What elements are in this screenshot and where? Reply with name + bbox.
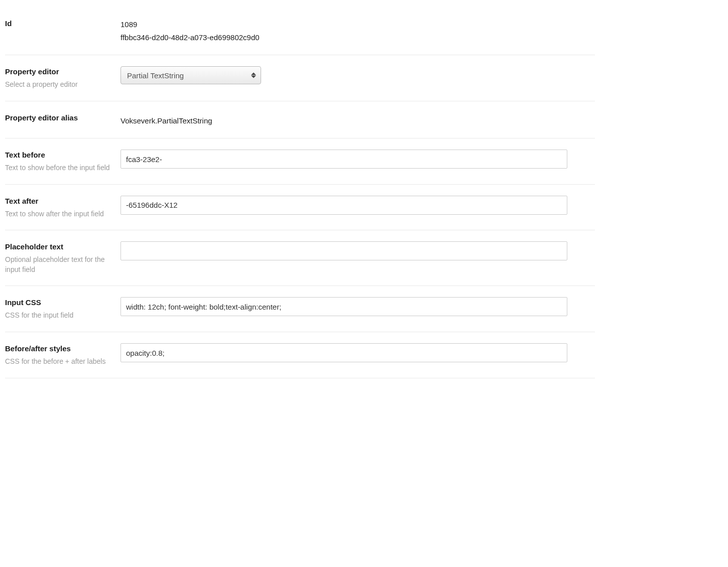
id-guid: ffbbc346-d2d0-48d2-a073-ed699802c9d0 — [120, 31, 595, 44]
row-before-after-styles: Before/after styles CSS for the before +… — [5, 332, 595, 378]
row-placeholder-text: Placeholder text Optional placeholder te… — [5, 230, 595, 286]
label-property-editor-alias: Property editor alias — [5, 112, 110, 122]
placeholder-text-input[interactable] — [120, 241, 567, 260]
desc-text-before: Text to show before the input field — [5, 163, 110, 173]
row-text-before: Text before Text to show before the inpu… — [5, 138, 595, 185]
row-property-editor: Property editor Select a property editor… — [5, 55, 595, 101]
label-before-after-styles: Before/after styles — [5, 343, 110, 353]
label-input-css: Input CSS — [5, 297, 110, 307]
desc-text-after: Text to show after the input field — [5, 209, 110, 219]
value-property-editor-alias: Vokseverk.PartialTextString — [120, 112, 595, 127]
property-editor-selected: Partial TextString — [127, 71, 184, 80]
desc-input-css: CSS for the input field — [5, 311, 110, 321]
desc-before-after-styles: CSS for the before + after labels — [5, 357, 110, 367]
id-numeric: 1089 — [120, 18, 595, 31]
label-text-before: Text before — [5, 150, 110, 159]
row-id: Id 1089 ffbbc346-d2d0-48d2-a073-ed699802… — [5, 5, 595, 55]
row-text-after: Text after Text to show after the input … — [5, 185, 595, 231]
label-placeholder-text: Placeholder text — [5, 241, 110, 251]
before-after-styles-input[interactable] — [120, 343, 567, 362]
row-input-css: Input CSS CSS for the input field — [5, 286, 595, 332]
property-editor-select[interactable]: Partial TextString — [120, 66, 261, 84]
desc-placeholder-text: Optional placeholder text for the input … — [5, 255, 110, 274]
desc-property-editor: Select a property editor — [5, 80, 110, 90]
label-text-after: Text after — [5, 196, 110, 205]
value-id: 1089 ffbbc346-d2d0-48d2-a073-ed699802c9d… — [120, 16, 595, 44]
text-before-input[interactable] — [120, 150, 567, 169]
row-property-editor-alias: Property editor alias Vokseverk.PartialT… — [5, 101, 595, 139]
label-id: Id — [5, 16, 110, 28]
input-css-input[interactable] — [120, 297, 567, 316]
label-property-editor: Property editor — [5, 66, 110, 76]
text-after-input[interactable] — [120, 196, 567, 215]
